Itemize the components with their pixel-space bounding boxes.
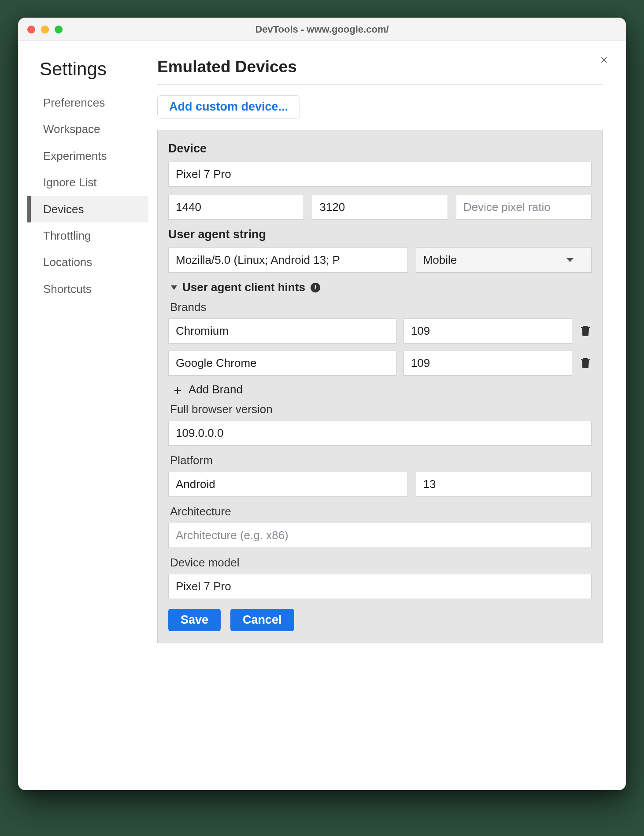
sidebar-item-preferences[interactable]: Preferences: [27, 89, 148, 116]
platform-label: Platform: [170, 454, 592, 467]
full-version-input[interactable]: [168, 421, 592, 446]
divider: [157, 84, 603, 85]
client-hints-label: User agent client hints: [182, 281, 305, 294]
sidebar-item-shortcuts[interactable]: Shortcuts: [27, 276, 148, 302]
device-height-input[interactable]: [312, 195, 448, 220]
architecture-label: Architecture: [170, 505, 592, 518]
full-version-label: Full browser version: [170, 403, 592, 416]
trash-icon[interactable]: [579, 325, 592, 338]
settings-main: Emulated Devices Add custom device... De…: [148, 54, 625, 772]
ua-type-select[interactable]: Mobile: [416, 248, 592, 273]
triangle-down-icon: [171, 285, 177, 290]
device-editor-panel: Device User agent string Mobile: [157, 130, 603, 643]
settings-sidebar: Settings Preferences Workspace Experimen…: [19, 54, 148, 772]
device-model-label: Device model: [170, 556, 592, 570]
sidebar-heading: Settings: [40, 59, 148, 80]
ua-section-label: User agent string: [168, 228, 592, 241]
info-icon[interactable]: i: [311, 283, 320, 292]
ua-type-value: Mobile: [423, 253, 457, 267]
close-icon[interactable]: ×: [600, 53, 608, 67]
brand-row: [168, 351, 592, 376]
device-dpr-input[interactable]: [456, 195, 592, 220]
sidebar-item-devices[interactable]: Devices: [27, 196, 148, 222]
add-brand-label: Add Brand: [189, 383, 243, 396]
brand-row: [168, 318, 592, 344]
save-button[interactable]: Save: [168, 609, 221, 631]
ua-string-input[interactable]: [168, 248, 408, 273]
sidebar-item-throttling[interactable]: Throttling: [27, 222, 148, 249]
brand-name-input[interactable]: [168, 318, 396, 344]
platform-version-input[interactable]: [416, 472, 592, 497]
window-minimize-dot[interactable]: [41, 26, 49, 33]
platform-name-input[interactable]: [168, 472, 408, 497]
device-width-input[interactable]: [168, 195, 304, 220]
window-titlebar: DevTools - www.google.com/: [19, 18, 625, 41]
device-model-input[interactable]: [168, 574, 592, 599]
device-name-input[interactable]: [168, 162, 592, 187]
add-custom-device-button[interactable]: Add custom device...: [157, 95, 300, 118]
window-close-dot[interactable]: [27, 26, 35, 33]
brand-version-input[interactable]: [403, 318, 572, 344]
devtools-window: DevTools - www.google.com/ × Settings Pr…: [18, 18, 626, 790]
plus-icon: ＋: [171, 383, 184, 396]
chevron-down-icon: [566, 258, 574, 262]
window-zoom-dot[interactable]: [55, 26, 63, 33]
window-controls: [27, 26, 63, 33]
trash-icon[interactable]: [579, 357, 592, 370]
sidebar-item-workspace[interactable]: Workspace: [27, 116, 148, 142]
brand-version-input[interactable]: [403, 351, 572, 376]
device-section-label: Device: [168, 142, 592, 155]
sidebar-item-experiments[interactable]: Experiments: [27, 143, 148, 169]
client-hints-toggle[interactable]: User agent client hints i: [171, 281, 592, 294]
brands-label: Brands: [170, 300, 592, 314]
add-brand-button[interactable]: ＋ Add Brand: [171, 383, 592, 396]
page-title: Emulated Devices: [157, 58, 603, 76]
sidebar-item-ignore-list[interactable]: Ignore List: [27, 169, 148, 196]
sidebar-item-locations[interactable]: Locations: [27, 249, 148, 275]
settings-content: × Settings Preferences Workspace Experim…: [19, 41, 625, 790]
brand-name-input[interactable]: [168, 351, 396, 376]
cancel-button[interactable]: Cancel: [230, 609, 294, 631]
window-title: DevTools - www.google.com/: [255, 24, 389, 35]
architecture-input[interactable]: [168, 523, 592, 548]
